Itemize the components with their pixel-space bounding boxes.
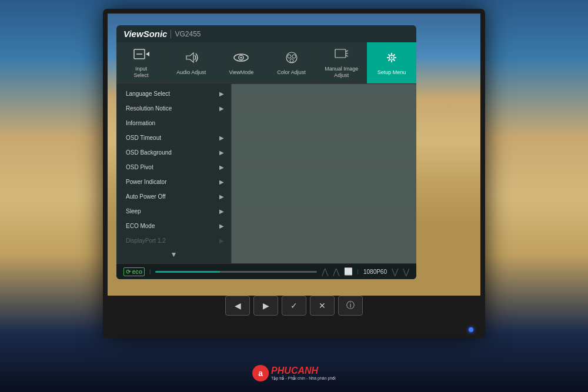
menu-item-label: DisplayPort 1.2 (126, 237, 166, 244)
phucanh-icon: a (252, 365, 269, 381)
svg-rect-11 (335, 49, 346, 58)
menu-arrow: ▶ (219, 237, 224, 244)
menu-arrow: ▶ (219, 193, 224, 200)
menu-arrow: ▶ (219, 135, 224, 141)
monitor: ViewSonic VG2455 InputSelect (103, 9, 485, 338)
left-arrow-icon: ◀ (235, 301, 241, 310)
tab-viewmode[interactable]: ViewMode (216, 42, 266, 83)
tab-audio-adjust-label: Audio Adjust (176, 69, 206, 76)
svg-point-16 (390, 56, 392, 58)
svg-point-9 (292, 55, 296, 58)
tab-setup-menu[interactable]: Setup Menu (367, 42, 416, 83)
menu-item-label: OSD Background (126, 149, 172, 156)
status-resolution: 1080P60 (363, 269, 387, 275)
menu-arrow: ▶ (219, 164, 224, 170)
menu-item-label: Language Select (126, 91, 170, 97)
svg-point-10 (290, 59, 293, 62)
menu-item-label: Sleep (126, 208, 141, 215)
phucanh-name: PHUCANH (271, 366, 318, 376)
tab-manual-image[interactable]: Manual ImageAdjust (317, 42, 367, 83)
menu-item-auto-power-off[interactable]: Auto Power Off ▶ (116, 189, 231, 204)
osd-menu-list: Language Select ▶ Resolution Notice ▶ In… (116, 84, 231, 263)
close-icon: ✕ (319, 301, 326, 310)
osd-tab-bar: InputSelect Audio Adjust (116, 42, 416, 84)
menu-item-sleep[interactable]: Sleep ▶ (116, 204, 231, 219)
nav-buttons: ◀ ▶ ✓ ✕ ⓘ (225, 296, 363, 316)
nav-right-button[interactable]: ▶ (253, 296, 278, 316)
menu-arrow: ▶ (219, 208, 224, 215)
nav-confirm-button[interactable]: ✓ (282, 296, 306, 316)
viewmode-icon (233, 51, 249, 67)
status-bar-separator1: | (149, 269, 151, 274)
osd-status-bar: ⟳ eco | ⋀ ⋀ ⬜ | 1080P60 ⋁ ⋁ (116, 263, 416, 279)
phucanh-tagline: Tập trả - Phải chín - Nhà phân phối (271, 376, 336, 381)
phucanh-text-block: PHUCANH Tập trả - Phải chín - Nhà phân p… (271, 366, 336, 381)
right-arrow-icon: ▶ (263, 301, 269, 310)
tab-viewmode-label: ViewMode (229, 69, 254, 76)
tab-input-select[interactable]: InputSelect (116, 42, 166, 83)
screen-mode-icon: ⬜ (344, 267, 353, 276)
menu-item-label: Power Indicator (126, 179, 166, 185)
tab-manual-image-label: Manual ImageAdjust (325, 66, 358, 79)
status-bar-separator3: ⋀ (333, 267, 339, 276)
tab-audio-adjust[interactable]: Audio Adjust (166, 42, 216, 83)
menu-item-information[interactable]: Information (116, 116, 231, 130)
status-bar-separator4: | (358, 269, 359, 274)
menu-item-language-select[interactable]: Language Select ▶ (116, 86, 231, 101)
brand-logo: ViewSonic (123, 29, 167, 39)
tab-color-adjust[interactable]: Color Adjust (267, 42, 317, 83)
svg-line-21 (388, 54, 389, 55)
menu-arrow: ▶ (219, 149, 224, 156)
menu-item-label: OSD Timeout (126, 135, 161, 141)
monitor-screen: ViewSonic VG2455 InputSelect (108, 14, 480, 296)
menu-item-eco-mode[interactable]: ECO Mode ▶ (116, 219, 231, 233)
bottom-brand: a PHUCANH Tập trả - Phải chín - Nhà phân… (252, 365, 336, 381)
menu-arrow: ▶ (219, 105, 224, 112)
nav-left-button[interactable]: ◀ (225, 296, 250, 316)
svg-line-24 (388, 59, 389, 61)
svg-point-8 (288, 55, 291, 58)
svg-line-23 (393, 54, 395, 55)
scroll-down-indicator: ▼ (116, 248, 231, 261)
menu-item-resolution-notice[interactable]: Resolution Notice ▶ (116, 101, 231, 116)
osd-brand-header: ViewSonic VG2455 (116, 25, 416, 42)
osd-detail-panel (231, 84, 416, 263)
menu-item-power-indicator[interactable]: Power Indicator ▶ (116, 175, 231, 189)
tab-input-select-label: InputSelect (134, 66, 149, 79)
menu-arrow: ▶ (219, 179, 224, 185)
osd-overlay: ViewSonic VG2455 InputSelect (116, 25, 416, 279)
input-select-icon (133, 47, 149, 63)
tab-setup-menu-label: Setup Menu (377, 69, 406, 76)
audio-adjust-icon (183, 51, 199, 67)
menu-item-osd-background[interactable]: OSD Background ▶ (116, 145, 231, 160)
menu-item-label: ECO Mode (126, 223, 155, 229)
svg-marker-1 (146, 52, 149, 56)
menu-item-label: Information (126, 120, 155, 126)
manual-image-icon (333, 47, 350, 63)
progress-bar (155, 271, 316, 273)
menu-item-osd-timeout[interactable]: OSD Timeout ▶ (116, 130, 231, 145)
menu-item-label: OSD Pivot (126, 164, 153, 170)
status-bar-separator2: ⋀ (322, 267, 328, 276)
menu-item-osd-pivot[interactable]: OSD Pivot ▶ (116, 160, 231, 175)
menu-item-label: Auto Power Off (126, 193, 166, 200)
brand-model: VG2455 (171, 30, 201, 38)
menu-item-displayport[interactable]: DisplayPort 1.2 ▶ (116, 233, 231, 248)
status-bar-right-arrow2: ⋁ (403, 267, 409, 276)
svg-line-22 (393, 59, 395, 61)
info-icon: ⓘ (346, 300, 355, 311)
setup-menu-icon (383, 51, 400, 67)
svg-point-6 (240, 56, 242, 58)
menu-arrow: ▶ (219, 223, 224, 229)
phucanh-logo: a PHUCANH Tập trả - Phải chín - Nhà phân… (252, 365, 336, 381)
svg-marker-3 (186, 53, 193, 62)
menu-item-label: Resolution Notice (126, 105, 172, 112)
nav-info-button[interactable]: ⓘ (338, 296, 363, 316)
osd-content-area: Language Select ▶ Resolution Notice ▶ In… (116, 84, 416, 263)
status-bar-right-arrow: ⋁ (392, 267, 398, 276)
nav-close-button[interactable]: ✕ (310, 296, 335, 316)
color-adjust-icon (283, 51, 300, 67)
power-led (469, 327, 473, 332)
tab-color-adjust-label: Color Adjust (277, 69, 306, 76)
eco-badge: ⟳ eco (123, 267, 145, 276)
